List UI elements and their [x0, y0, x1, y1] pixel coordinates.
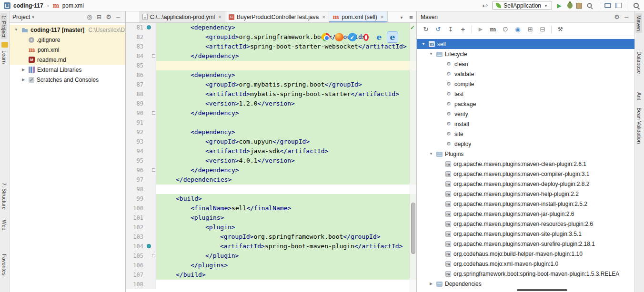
fold-region-icon[interactable]: [152, 254, 155, 257]
maven-goal-test[interactable]: test: [417, 89, 634, 99]
run-build-icon[interactable]: [475, 25, 486, 34]
maven-section-dependencies[interactable]: Dependencies: [417, 279, 634, 289]
gutter-marker-icon[interactable]: [147, 244, 151, 248]
maven-plugin[interactable]: org.apache.maven.plugins:maven-install-p…: [417, 199, 634, 209]
debug-button[interactable]: [567, 2, 573, 9]
collapse-all-icon[interactable]: [95, 13, 103, 21]
chevron-down-icon[interactable]: [428, 152, 434, 156]
code-line[interactable]: 107</build>: [126, 270, 416, 280]
hide-icon[interactable]: [622, 13, 631, 21]
inspection-status-icon[interactable]: [410, 24, 415, 31]
code-line[interactable]: 83<artifactId>spring-boot-starter-websoc…: [126, 42, 416, 51]
maven-goal-clean[interactable]: clean: [417, 59, 634, 69]
chevron-down-icon[interactable]: [421, 42, 426, 46]
maven-horizontal-scrollbar-thumb[interactable]: [517, 289, 567, 291]
safari-browser-icon[interactable]: [347, 31, 358, 43]
tool-windows-button[interactable]: [604, 3, 611, 8]
project-tree-item[interactable]: .gitignore: [10, 35, 125, 45]
code-line[interactable]: 86<dependency>: [126, 70, 416, 80]
maven-plugin[interactable]: org.apache.maven.plugins:maven-site-plug…: [417, 229, 634, 239]
code-line[interactable]: 102<plugin>: [126, 223, 416, 232]
code-line[interactable]: 91: [126, 118, 416, 127]
chevron-down-icon[interactable]: [32, 15, 34, 19]
maven-plugin[interactable]: org.apache.maven.plugins:maven-deploy-pl…: [417, 179, 634, 189]
main-menu-icon[interactable]: [4, 2, 10, 9]
maven-goal-site[interactable]: site: [417, 129, 634, 139]
download-sources-icon[interactable]: [445, 25, 456, 34]
code-line[interactable]: 108: [126, 280, 416, 289]
stripe-learn-tab[interactable]: Learn: [1, 50, 7, 64]
code-line[interactable]: 101<plugins>: [126, 213, 416, 223]
maven-plugin[interactable]: org.apache.maven.plugins:maven-clean-plu…: [417, 159, 634, 169]
project-panel-title[interactable]: Project: [12, 14, 30, 20]
project-tree-item[interactable]: readme.md: [10, 55, 125, 65]
skip-tests-icon[interactable]: [500, 25, 511, 34]
maven-plugin[interactable]: org.apache.maven.plugins:maven-jar-plugi…: [417, 209, 634, 219]
profiles-icon[interactable]: [513, 25, 523, 34]
editor-tab[interactable]: pom.xml (sell): [329, 11, 388, 22]
fold-region-icon[interactable]: [152, 168, 155, 172]
stripe-favorites-tab[interactable]: Favorites: [1, 254, 7, 275]
code-line[interactable]: 88<artifactId>mybatis-spring-boot-starte…: [126, 89, 416, 99]
breadcrumb-file[interactable]: pom.xml: [62, 2, 84, 9]
settings-wrench-icon[interactable]: [555, 25, 565, 34]
maven-goal-deploy[interactable]: deploy: [417, 139, 634, 149]
breadcrumb-project[interactable]: coding-117: [13, 2, 43, 9]
close-icon[interactable]: [322, 14, 325, 20]
project-root-row[interactable]: coding-117 [master]C:\Users\lcx\D: [10, 25, 125, 35]
editor-tab[interactable]: BuyerProductControllerTest.java: [225, 11, 329, 22]
maven-plugin[interactable]: org.apache.maven.plugins:maven-help-plug…: [417, 189, 634, 199]
chevron-down-icon[interactable]: [13, 28, 19, 32]
close-icon[interactable]: [381, 14, 384, 20]
chevron-down-icon[interactable]: [428, 52, 434, 56]
opera-browser-icon[interactable]: [360, 31, 372, 43]
chevron-right-icon[interactable]: [20, 68, 26, 72]
maven-plugin[interactable]: org.codehaus.mojo:build-helper-maven-plu…: [417, 249, 634, 259]
stripe-project-tab[interactable]: 1: Project: [0, 13, 7, 39]
maven-goal-install[interactable]: install: [417, 119, 634, 129]
code-line[interactable]: 99<build>: [126, 194, 416, 204]
edge-browser-icon[interactable]: [387, 31, 398, 43]
editor-body[interactable]: 81<dependency>82<groupId>org.springframe…: [126, 23, 416, 292]
gutter-marker-icon[interactable]: [147, 25, 151, 29]
code-line[interactable]: 90</dependency>: [126, 108, 416, 118]
learn-icon[interactable]: [1, 42, 8, 48]
stripe-database-tab[interactable]: Database: [636, 51, 642, 74]
maven-goal-compile[interactable]: compile: [417, 79, 634, 89]
stripe-ant-tab[interactable]: Ant: [636, 92, 642, 100]
chrome-browser-icon[interactable]: [320, 31, 332, 43]
close-icon[interactable]: [218, 14, 221, 20]
maven-plugin[interactable]: org.springframework.boot:spring-boot-mav…: [417, 269, 634, 279]
editor-scrollbar[interactable]: [410, 23, 416, 292]
refresh-icon[interactable]: [421, 25, 431, 34]
maven-plugin[interactable]: org.apache.maven.plugins:maven-surefire-…: [417, 239, 634, 249]
code-line[interactable]: 89<version>1.2.0</version>: [126, 99, 416, 108]
code-line[interactable]: 93<groupId>com.upyun</groupId>: [126, 137, 416, 146]
maven-plugin[interactable]: org.apache.maven.plugins:maven-resources…: [417, 219, 634, 229]
firefox-browser-icon[interactable]: [333, 31, 345, 43]
search-everywhere-button[interactable]: [633, 2, 640, 10]
stripe-structure-tab[interactable]: 7: Structure: [1, 183, 7, 210]
run-button[interactable]: [555, 1, 564, 10]
hide-icon[interactable]: [114, 13, 122, 21]
stripe-bean-validation-tab[interactable]: Bean Validation: [636, 107, 642, 144]
execute-goal-icon[interactable]: [488, 25, 498, 34]
maven-panel-title[interactable]: Maven: [421, 14, 438, 20]
coverage-button[interactable]: [576, 3, 582, 9]
project-tree-item[interactable]: External Libraries: [10, 65, 125, 75]
maven-section-lifecycle[interactable]: Lifecycle: [417, 49, 634, 59]
ie-browser-icon[interactable]: [373, 31, 385, 43]
project-tree-item[interactable]: pom.xml: [10, 45, 125, 55]
maven-project[interactable]: sell: [417, 39, 634, 49]
maven-goal-validate[interactable]: validate: [417, 69, 634, 79]
code-line[interactable]: 95<version>4.0.1</version>: [126, 156, 416, 165]
stripe-maven-tab[interactable]: Maven: [635, 13, 642, 33]
maven-goal-package[interactable]: package: [417, 99, 634, 109]
settings-gear-icon[interactable]: [104, 13, 113, 21]
maven-plugin[interactable]: org.apache.maven.plugins:maven-compiler-…: [417, 169, 634, 179]
layout-button[interactable]: [615, 3, 622, 8]
back-arrow-icon[interactable]: [481, 1, 489, 10]
maven-section-plugins[interactable]: Plugins: [417, 149, 634, 159]
code-line[interactable]: 106</plugins>: [126, 261, 416, 270]
maven-goal-verify[interactable]: verify: [417, 109, 634, 119]
